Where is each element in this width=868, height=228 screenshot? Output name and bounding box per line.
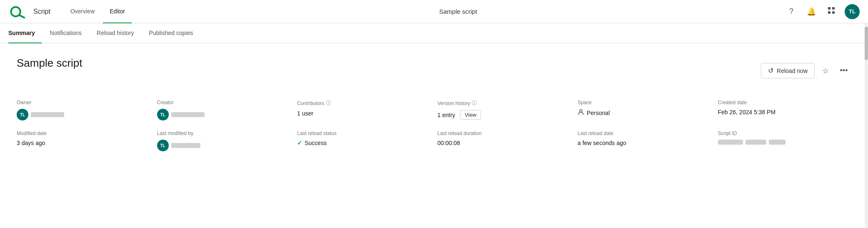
svg-point-6 — [580, 110, 582, 112]
owner-avatar: TL — [17, 109, 28, 120]
meta-space: Space Personal — [578, 100, 711, 120]
redacted-script-id-2 — [745, 140, 766, 145]
contributors-label: Contributors ⓘ — [297, 100, 431, 107]
logo-area: Script — [8, 5, 54, 18]
modified-date-value: 3 days ago — [17, 140, 150, 146]
help-button[interactable]: ? — [785, 5, 798, 18]
meta-last-reload-date: Last reload date a few seconds ago — [578, 130, 711, 151]
notifications-button[interactable]: 🔔 — [805, 5, 818, 18]
created-date-label: Created date — [718, 100, 852, 105]
bell-icon: 🔔 — [807, 7, 816, 16]
top-navigation: Overview Editor — [64, 0, 132, 23]
last-reload-status-value: ✓ Success — [297, 140, 431, 146]
nav-item-editor[interactable]: Editor — [103, 0, 132, 23]
contributors-value: 1 user — [297, 110, 431, 117]
reload-icon: ↺ — [768, 67, 773, 75]
meta-contributors: Contributors ⓘ 1 user — [297, 100, 431, 120]
created-date-value: Feb 26, 2024 5:38 PM — [718, 109, 852, 115]
reload-now-button[interactable]: ↺ Reload now — [761, 63, 815, 78]
script-title: Sample script — [17, 57, 83, 70]
tab-summary[interactable]: Summary — [8, 23, 42, 43]
sub-tabs-bar: Summary Notifications Reload history Pub… — [0, 23, 868, 43]
metadata-grid: Owner TL Creator TL Contributors ⓘ — [17, 100, 851, 151]
svg-rect-3 — [832, 7, 835, 10]
more-icon: ••• — [840, 66, 848, 75]
tab-notifications[interactable]: Notifications — [43, 23, 88, 43]
owner-label: Owner — [17, 100, 150, 105]
owner-value: TL — [17, 109, 150, 120]
more-options-button[interactable]: ••• — [836, 63, 851, 78]
view-version-history-button[interactable]: View — [460, 110, 481, 120]
favorite-button[interactable]: ☆ — [818, 63, 833, 78]
creator-avatar: TL — [157, 109, 169, 120]
meta-creator: Creator TL — [157, 100, 291, 120]
star-icon: ☆ — [822, 66, 829, 75]
modified-date-label: Modified date — [17, 130, 150, 136]
last-reload-status-label: Last reload status — [297, 130, 431, 136]
version-history-value: 1 entry View — [438, 110, 571, 120]
last-modified-by-label: Last modified by — [157, 130, 291, 136]
version-history-label: Version history ⓘ — [438, 100, 571, 107]
svg-rect-4 — [828, 11, 830, 14]
meta-modified-date: Modified date 3 days ago — [17, 130, 150, 151]
meta-last-reload-status: Last reload status ✓ Success — [297, 130, 431, 151]
last-reload-duration-label: Last reload duration — [438, 130, 571, 136]
last-modified-by-value: TL — [157, 140, 291, 151]
top-navbar: Script Overview Editor Sample script ? 🔔 — [0, 0, 868, 23]
script-id-label: Script ID — [718, 130, 852, 136]
version-history-info-icon: ⓘ — [472, 100, 477, 107]
svg-rect-2 — [828, 7, 830, 10]
creator-label: Creator — [157, 100, 291, 105]
meta-created-date: Created date Feb 26, 2024 5:38 PM — [718, 100, 852, 120]
scrollbar-thumb[interactable] — [865, 27, 868, 60]
svg-line-1 — [19, 15, 25, 18]
owner-name-redacted — [31, 112, 64, 117]
redacted-script-id-3 — [769, 140, 785, 145]
meta-version-history: Version history ⓘ 1 entry View — [438, 100, 571, 120]
script-id-value — [718, 140, 852, 145]
tab-published-copies[interactable]: Published copies — [143, 23, 200, 43]
redacted-owner-name — [31, 112, 64, 117]
action-buttons: ↺ Reload now ☆ ••• — [761, 63, 851, 78]
help-icon: ? — [789, 7, 793, 16]
nav-item-overview[interactable]: Overview — [64, 0, 101, 23]
creator-value: TL — [157, 109, 291, 120]
top-right-actions: ? 🔔 TL — [785, 4, 860, 19]
page-title: Sample script — [132, 8, 785, 15]
meta-last-modified-by: Last modified by TL — [157, 130, 291, 151]
tab-reload-history[interactable]: Reload history — [90, 23, 141, 43]
title-row: Sample script ↺ Reload now ☆ ••• — [17, 57, 851, 85]
qlik-logo[interactable] — [8, 5, 28, 18]
redacted-script-id-1 — [718, 140, 743, 145]
meta-last-reload-duration: Last reload duration 00:00:08 — [438, 130, 571, 151]
app-type-label: Script — [33, 8, 50, 15]
apps-grid-button[interactable] — [825, 5, 838, 18]
success-check-icon: ✓ — [297, 140, 302, 146]
grid-icon — [828, 7, 835, 16]
last-reload-date-label: Last reload date — [578, 130, 711, 136]
last-reload-date-value: a few seconds ago — [578, 140, 711, 146]
scrollbar[interactable] — [865, 23, 868, 228]
contributors-info-icon: ⓘ — [326, 100, 331, 107]
svg-rect-5 — [832, 11, 835, 14]
space-label: Space — [578, 100, 711, 105]
meta-script-id: Script ID — [718, 130, 852, 151]
space-value: Personal — [578, 109, 711, 117]
main-content: Sample script ↺ Reload now ☆ ••• Owner T… — [0, 43, 868, 228]
last-reload-duration-value: 00:00:08 — [438, 140, 571, 146]
user-avatar[interactable]: TL — [845, 4, 860, 19]
redacted-creator-name — [171, 112, 205, 117]
redacted-last-modifier-name — [171, 143, 200, 148]
last-modified-by-avatar: TL — [157, 140, 169, 151]
creator-name-redacted — [171, 112, 205, 117]
meta-owner: Owner TL — [17, 100, 150, 120]
personal-space-icon — [578, 109, 584, 117]
